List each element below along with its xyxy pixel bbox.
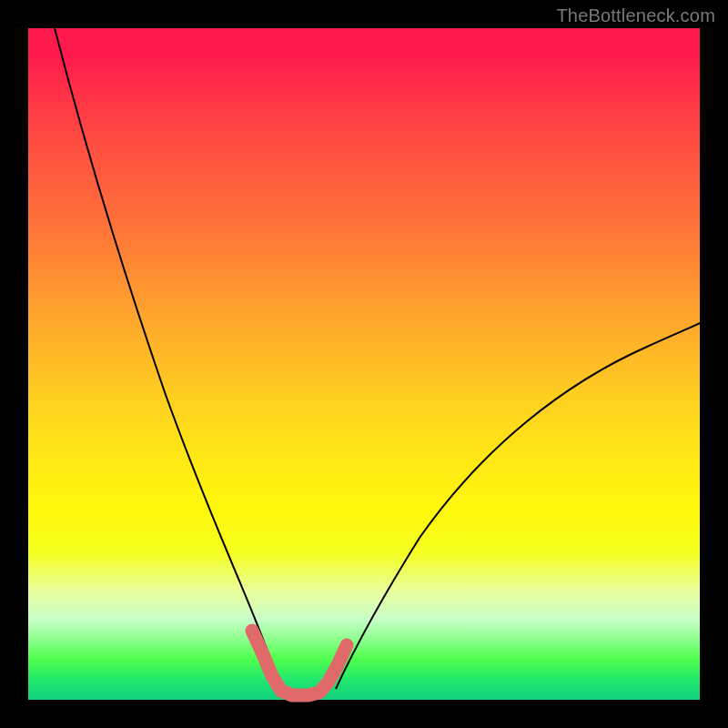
chart-frame: TheBottleneck.com (0, 0, 728, 728)
series-left-branch (55, 28, 283, 693)
plot-area (28, 28, 700, 700)
series-bottom-highlight (252, 631, 347, 695)
watermark-text: TheBottleneck.com (556, 5, 715, 26)
series-right-branch (336, 323, 700, 689)
chart-svg (28, 28, 700, 700)
